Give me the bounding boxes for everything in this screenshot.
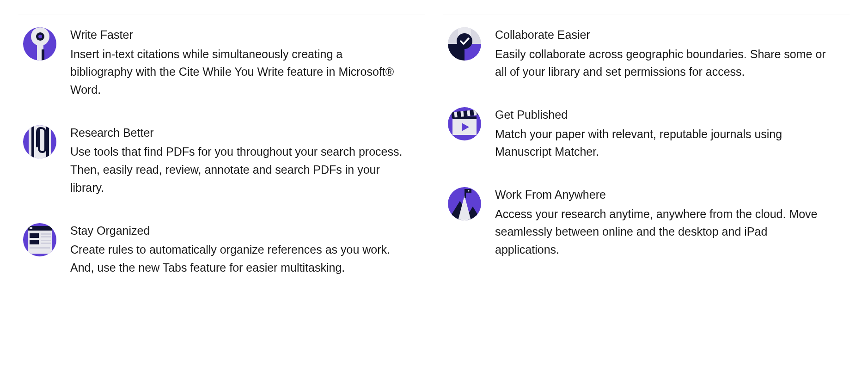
svg-rect-17: [41, 233, 51, 235]
mountain-icon: [448, 187, 481, 220]
svg-rect-21: [30, 247, 50, 249]
feature-text: Write Faster Insert in-text citations wh…: [70, 27, 425, 99]
svg-rect-31: [454, 112, 457, 118]
svg-rect-18: [41, 236, 51, 237]
feature-desc: Access your research anytime, anywhere f…: [495, 205, 831, 259]
feature-text: Stay Organized Create rules to automatic…: [70, 223, 425, 277]
feature-text: Get Published Match your paper with rele…: [495, 107, 850, 161]
feature-title: Get Published: [495, 107, 831, 122]
svg-point-5: [38, 35, 42, 38]
feature-get-published: Get Published Match your paper with rele…: [443, 94, 850, 174]
feature-title: Research Better: [70, 125, 406, 140]
svg-point-26: [457, 33, 472, 49]
feature-work-anywhere: Work From Anywhere Access your research …: [443, 174, 850, 272]
svg-rect-15: [30, 233, 39, 238]
feature-desc: Easily collaborate across geographic bou…: [495, 45, 831, 81]
feature-desc: Create rules to automatically organize r…: [70, 241, 406, 277]
svg-rect-6: [42, 49, 44, 61]
feature-write-faster: Write Faster Insert in-text citations wh…: [18, 14, 425, 112]
svg-rect-14: [30, 227, 32, 229]
feature-collaborate-easier: Collaborate Easier Easily collaborate ac…: [443, 14, 850, 94]
svg-rect-19: [41, 240, 51, 241]
svg-rect-20: [41, 243, 51, 244]
paperclip-icon: [23, 125, 56, 158]
svg-rect-34: [473, 110, 477, 116]
svg-rect-33: [467, 110, 470, 116]
clapperboard-icon: [448, 107, 481, 140]
magnifier-icon: [23, 27, 56, 61]
feature-grid: Write Faster Insert in-text citations wh…: [18, 14, 850, 290]
right-column: Collaborate Easier Easily collaborate ac…: [443, 14, 850, 290]
svg-rect-10: [46, 125, 49, 158]
feature-desc: Insert in-text citations while simultane…: [70, 45, 406, 99]
feature-title: Work From Anywhere: [495, 187, 831, 202]
svg-rect-9: [31, 125, 34, 158]
feature-title: Write Faster: [70, 27, 406, 43]
tabs-icon: [23, 223, 56, 256]
feature-research-better: Research Better Use tools that find PDFs…: [18, 112, 425, 210]
feature-text: Collaborate Easier Easily collaborate ac…: [495, 27, 850, 81]
svg-rect-16: [30, 240, 39, 244]
checkmark-icon: [448, 27, 481, 61]
feature-stay-organized: Stay Organized Create rules to automatic…: [18, 210, 425, 290]
feature-title: Collaborate Easier: [495, 27, 831, 43]
feature-title: Stay Organized: [70, 223, 406, 238]
svg-point-38: [468, 190, 470, 192]
feature-desc: Match your paper with relevant, reputabl…: [495, 125, 831, 161]
feature-text: Work From Anywhere Access your research …: [495, 187, 850, 259]
svg-rect-32: [460, 111, 464, 117]
feature-desc: Use tools that find PDFs for you through…: [70, 143, 406, 196]
left-column: Write Faster Insert in-text citations wh…: [18, 14, 425, 290]
feature-text: Research Better Use tools that find PDFs…: [70, 125, 425, 197]
svg-rect-36: [465, 189, 466, 198]
